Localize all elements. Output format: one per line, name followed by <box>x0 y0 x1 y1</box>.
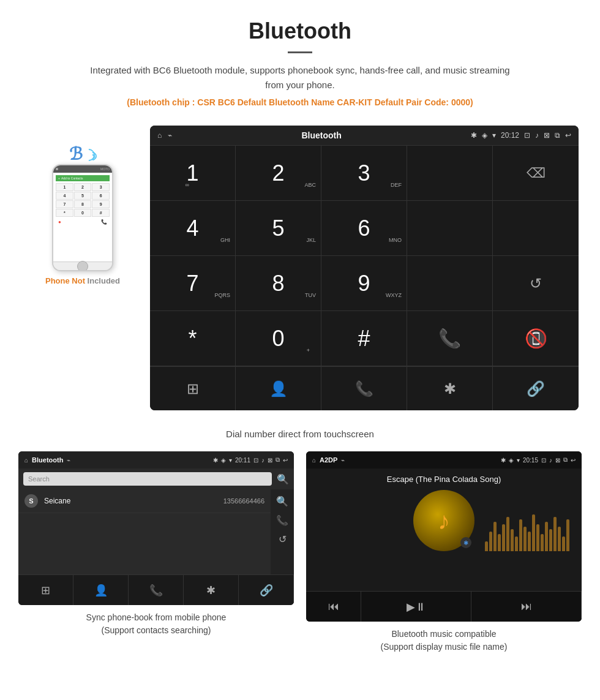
bluetooth-specs: (Bluetooth chip : CSR BC6 Default Blueto… <box>12 97 588 107</box>
music-album-art: ♪ ✱ <box>413 490 474 551</box>
pb-side-icons: 🔍 📞 ↺ <box>271 489 294 574</box>
hu-key-7[interactable]: 7 PQRS <box>150 256 236 311</box>
pb-status-left: ⌂ Bluetooth ⌁ <box>24 456 70 464</box>
hu-key-backspace[interactable]: ⌫ <box>493 146 579 201</box>
hu-status-bar: ⌂ ⌁ Bluetooth ✱ ◈ ▾ 20:12 ⊡ ♪ ⊠ ⧉ ↩ <box>150 126 579 145</box>
pb-volume-icon: ♪ <box>261 457 264 464</box>
hu-letters-2: ABC <box>304 182 316 188</box>
music-block: ⌂ A2DP ⌁ ✱ ◈ ▾ 20:15 ⊡ ♪ ⊠ ⧉ ↩ Es <box>306 451 582 653</box>
hu-back-icon[interactable]: ↩ <box>565 131 571 140</box>
contact-number: 13566664466 <box>223 497 264 505</box>
music-spectrum <box>485 502 569 551</box>
phone-key-9: 9 <box>92 200 110 208</box>
phone-key-0: 0 <box>74 209 92 217</box>
pb-nav-link[interactable]: 🔗 <box>239 575 294 605</box>
hu-key-empty4 <box>407 256 493 311</box>
music-close-icon: ⊠ <box>555 457 560 464</box>
hu-key-2[interactable]: 2 ABC <box>236 146 321 201</box>
phone-body: MOTO + Add to Contacts 1 2 3 4 5 6 7 8 9… <box>52 164 113 271</box>
phone-key-7: 7 <box>56 200 73 208</box>
music-back-icon[interactable]: ↩ <box>571 457 576 464</box>
hu-letters-9: WXYZ <box>386 292 402 298</box>
phone-status-bar: MOTO <box>53 165 112 173</box>
hu-key-star[interactable]: * <box>150 311 236 366</box>
pb-screen-body: S Seicane 13566664466 🔍 📞 ↺ <box>18 489 294 574</box>
hu-key-3[interactable]: 3 DEF <box>321 146 407 201</box>
pb-search-icon[interactable]: 🔍 <box>277 473 289 485</box>
hu-nav-contacts[interactable]: 👤 <box>236 367 321 410</box>
music-nav-prev[interactable]: ⏮ <box>306 592 361 622</box>
pb-back-icon[interactable]: ↩ <box>283 457 288 464</box>
bottom-screenshots: ⌂ Bluetooth ⌁ ✱ ◈ ▾ 20:11 ⊡ ♪ ⊠ ⧉ ↩ <box>0 451 600 666</box>
music-nav-next[interactable]: ⏭ <box>471 592 582 622</box>
phone-carrier: MOTO <box>100 167 110 171</box>
music-window-icon: ⧉ <box>563 456 568 464</box>
hu-key-call[interactable]: 📞 <box>407 311 493 366</box>
music-camera-icon: ⊡ <box>541 457 546 464</box>
hu-dialpad-row2: 4 GHI 5 JKL 6 MNO <box>150 201 579 256</box>
pb-nav-apps[interactable]: ⊞ <box>18 575 73 605</box>
hu-phone-icon: 📞 <box>355 380 373 397</box>
music-volume-icon: ♪ <box>549 457 552 464</box>
pb-usb-icon: ⌁ <box>67 457 70 464</box>
phone-dialpad: 1 2 3 4 5 6 7 8 9 * 0 # <box>56 183 110 217</box>
hu-nav-link[interactable]: 🔗 <box>493 367 579 410</box>
phone-not-included-label: Phone Not Included <box>45 276 120 285</box>
pb-side-refresh-icon[interactable]: ↺ <box>279 533 287 545</box>
pb-nav-contacts[interactable]: 👤 <box>73 575 129 605</box>
pb-bt-label: Bluetooth <box>32 456 63 464</box>
hu-nav-bt[interactable]: ✱ <box>407 367 493 410</box>
hu-key-6[interactable]: 6 MNO <box>321 201 407 256</box>
phone-key-4: 4 <box>56 192 73 200</box>
music-nav-play[interactable]: ▶⏸ <box>361 592 471 622</box>
hu-num-9: 9 <box>358 271 370 296</box>
hu-key-refresh[interactable]: ↺ <box>493 256 579 311</box>
hu-letters-6: MNO <box>389 237 402 243</box>
table-row[interactable]: S Seicane 13566664466 <box>18 489 271 513</box>
pb-close-icon: ⊠ <box>268 457 272 464</box>
contact-name: Seicane <box>44 497 217 505</box>
pb-bottom-nav: ⊞ 👤 📞 ✱ 🔗 <box>18 574 294 605</box>
hu-key-4[interactable]: 4 GHI <box>150 201 236 256</box>
hu-key-empty1 <box>407 146 493 201</box>
hu-key-hangup[interactable]: 📵 <box>493 311 579 366</box>
music-bt-icon: ✱ <box>501 457 506 464</box>
hu-link-icon: 🔗 <box>527 380 545 397</box>
hu-window-icon[interactable]: ⧉ <box>555 131 560 140</box>
pb-side-phone-icon[interactable]: 📞 <box>276 514 288 526</box>
hu-key-8[interactable]: 8 TUV <box>236 256 321 311</box>
hu-key-5[interactable]: 5 JKL <box>236 201 321 256</box>
hu-time: 20:12 <box>501 131 519 140</box>
music-center-label: A2DP <box>320 456 337 464</box>
add-contacts-label: Add to Contacts <box>61 176 83 180</box>
hu-dialpad-row1: 1 ∞ 2 ABC 3 DEF ⌫ <box>150 145 579 201</box>
pb-nav-bt[interactable]: ✱ <box>184 575 239 605</box>
hu-nav-apps[interactable]: ⊞ <box>150 367 236 410</box>
page-description: Integrated with BC6 Bluetooth module, su… <box>86 63 514 92</box>
hu-bottom-nav: ⊞ 👤 📞 ✱ 🔗 <box>150 366 579 410</box>
hu-camera-icon[interactable]: ⊡ <box>524 131 530 140</box>
pb-side-search-icon[interactable]: 🔍 <box>276 495 288 507</box>
hu-num-7: 7 <box>186 271 198 296</box>
hu-key-hash[interactable]: # <box>321 311 407 366</box>
hu-key-0[interactable]: 0 + <box>236 311 321 366</box>
hu-home-icon[interactable]: ⌂ <box>157 131 162 140</box>
hu-letters-1: ∞ <box>186 182 222 188</box>
phone-screen: + Add to Contacts 1 2 3 4 5 6 7 8 9 * 0 … <box>53 173 112 262</box>
phone-key-8: 8 <box>74 200 92 208</box>
pb-home-icon[interactable]: ⌂ <box>24 457 28 464</box>
hu-key-9[interactable]: 9 WXYZ <box>321 256 407 311</box>
music-caption: Bluetooth music compatible(Support displ… <box>306 628 582 653</box>
music-song-title: Escape (The Pina Colada Song) <box>387 475 501 484</box>
pb-search-box[interactable]: Search <box>23 472 272 486</box>
music-signal-icon: ▾ <box>517 457 520 464</box>
pb-status-bar: ⌂ Bluetooth ⌁ ✱ ◈ ▾ 20:11 ⊡ ♪ ⊠ ⧉ ↩ <box>18 451 294 469</box>
hu-key-1[interactable]: 1 ∞ <box>150 146 236 201</box>
hu-volume-icon[interactable]: ♪ <box>535 131 539 140</box>
hu-letters-3: DEF <box>391 182 402 188</box>
pb-nav-phone[interactable]: 📞 <box>129 575 184 605</box>
phone-key-3: 3 <box>92 183 110 191</box>
music-home-icon[interactable]: ⌂ <box>312 457 316 464</box>
hu-close-icon[interactable]: ⊠ <box>544 131 550 140</box>
hu-nav-phone[interactable]: 📞 <box>321 367 407 410</box>
